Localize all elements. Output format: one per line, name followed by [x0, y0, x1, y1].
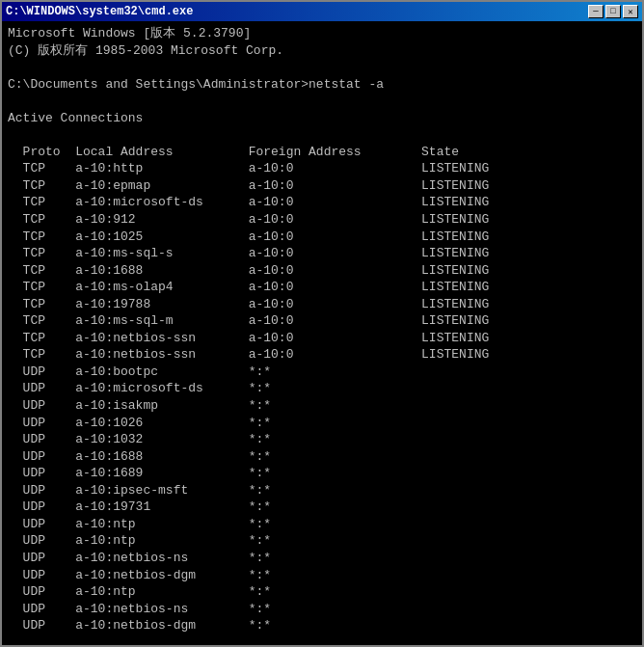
console-output: Microsoft Windows [版本 5.2.3790] (C) 版权所有…: [2, 21, 642, 645]
title-bar-buttons: ─ □ ✕: [588, 5, 638, 18]
console-text: Microsoft Windows [版本 5.2.3790] (C) 版权所有…: [8, 25, 636, 645]
title-bar-text: C:\WINDOWS\system32\cmd.exe: [6, 5, 193, 18]
maximize-button[interactable]: □: [605, 5, 621, 18]
close-button[interactable]: ✕: [623, 5, 638, 18]
cmd-window: C:\WINDOWS\system32\cmd.exe ─ □ ✕ Micros…: [0, 0, 644, 647]
title-bar: C:\WINDOWS\system32\cmd.exe ─ □ ✕: [2, 2, 642, 21]
minimize-button[interactable]: ─: [588, 5, 604, 18]
